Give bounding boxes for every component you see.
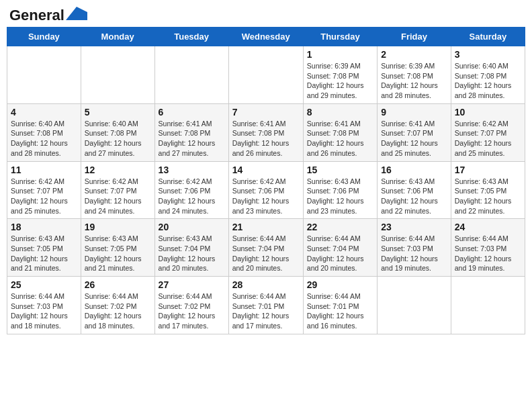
day-number: 24 <box>455 222 521 232</box>
day-info: Sunrise: 6:40 AM Sunset: 7:08 PM Dayligh… <box>11 119 77 158</box>
week-row-2: 4Sunrise: 6:40 AM Sunset: 7:08 PM Daylig… <box>7 103 525 161</box>
day-info: Sunrise: 6:44 AM Sunset: 7:01 PM Dayligh… <box>307 291 373 331</box>
day-cell: 9Sunrise: 6:41 AM Sunset: 7:07 PM Daylig… <box>378 103 451 161</box>
day-info: Sunrise: 6:44 AM Sunset: 7:03 PM Dayligh… <box>455 234 521 273</box>
day-header-friday: Friday <box>378 28 451 46</box>
day-number: 7 <box>232 107 300 118</box>
day-info: Sunrise: 6:43 AM Sunset: 7:06 PM Dayligh… <box>381 177 447 216</box>
day-cell: 1Sunrise: 6:39 AM Sunset: 7:08 PM Daylig… <box>303 46 377 104</box>
day-info: Sunrise: 6:39 AM Sunset: 7:08 PM Dayligh… <box>381 61 447 101</box>
day-number: 18 <box>11 222 77 232</box>
day-info: Sunrise: 6:41 AM Sunset: 7:08 PM Dayligh… <box>232 119 300 158</box>
day-cell <box>378 277 451 334</box>
day-info: Sunrise: 6:40 AM Sunset: 7:08 PM Dayligh… <box>85 119 151 158</box>
day-number: 5 <box>85 107 151 118</box>
day-cell: 18Sunrise: 6:43 AM Sunset: 7:05 PM Dayli… <box>7 219 81 277</box>
day-number: 12 <box>85 165 151 175</box>
day-cell <box>7 46 81 104</box>
day-info: Sunrise: 6:41 AM Sunset: 7:07 PM Dayligh… <box>381 119 447 158</box>
week-row-5: 25Sunrise: 6:44 AM Sunset: 7:03 PM Dayli… <box>7 277 525 334</box>
day-number: 13 <box>159 165 225 175</box>
day-number: 1 <box>307 49 373 60</box>
day-cell: 24Sunrise: 6:44 AM Sunset: 7:03 PM Dayli… <box>451 219 525 277</box>
day-cell <box>81 46 154 104</box>
day-cell: 16Sunrise: 6:43 AM Sunset: 7:06 PM Dayli… <box>378 161 451 219</box>
day-cell: 14Sunrise: 6:42 AM Sunset: 7:06 PM Dayli… <box>228 161 303 219</box>
day-cell: 22Sunrise: 6:44 AM Sunset: 7:04 PM Dayli… <box>303 219 377 277</box>
day-number: 16 <box>381 165 447 175</box>
day-number: 26 <box>85 279 151 290</box>
day-info: Sunrise: 6:43 AM Sunset: 7:06 PM Dayligh… <box>307 177 373 216</box>
day-cell: 28Sunrise: 6:44 AM Sunset: 7:01 PM Dayli… <box>228 277 303 334</box>
day-number: 2 <box>381 49 447 60</box>
day-header-thursday: Thursday <box>303 28 377 46</box>
day-cell: 2Sunrise: 6:39 AM Sunset: 7:08 PM Daylig… <box>378 46 451 104</box>
day-info: Sunrise: 6:41 AM Sunset: 7:08 PM Dayligh… <box>307 119 373 158</box>
day-info: Sunrise: 6:43 AM Sunset: 7:05 PM Dayligh… <box>455 177 521 216</box>
day-cell: 27Sunrise: 6:44 AM Sunset: 7:02 PM Dayli… <box>154 277 228 334</box>
day-info: Sunrise: 6:44 AM Sunset: 7:02 PM Dayligh… <box>85 291 151 331</box>
day-number: 4 <box>11 107 77 118</box>
day-info: Sunrise: 6:43 AM Sunset: 7:05 PM Dayligh… <box>85 234 151 273</box>
day-cell: 20Sunrise: 6:43 AM Sunset: 7:04 PM Dayli… <box>154 219 228 277</box>
day-number: 9 <box>381 107 447 118</box>
day-cell: 11Sunrise: 6:42 AM Sunset: 7:07 PM Dayli… <box>7 161 81 219</box>
day-info: Sunrise: 6:39 AM Sunset: 7:08 PM Dayligh… <box>307 61 373 101</box>
day-cell <box>228 46 303 104</box>
day-number: 25 <box>11 279 77 290</box>
day-number: 11 <box>11 165 77 175</box>
day-cell: 29Sunrise: 6:44 AM Sunset: 7:01 PM Dayli… <box>303 277 377 334</box>
calendar-table: SundayMondayTuesdayWednesdayThursdayFrid… <box>7 27 525 334</box>
day-number: 29 <box>307 279 373 290</box>
day-number: 22 <box>307 222 373 232</box>
day-header-sunday: Sunday <box>7 28 81 46</box>
day-cell: 8Sunrise: 6:41 AM Sunset: 7:08 PM Daylig… <box>303 103 377 161</box>
day-number: 20 <box>159 222 225 232</box>
day-cell: 12Sunrise: 6:42 AM Sunset: 7:07 PM Dayli… <box>81 161 154 219</box>
day-info: Sunrise: 6:42 AM Sunset: 7:07 PM Dayligh… <box>455 119 521 158</box>
day-cell: 23Sunrise: 6:44 AM Sunset: 7:03 PM Dayli… <box>378 219 451 277</box>
week-row-1: 1Sunrise: 6:39 AM Sunset: 7:08 PM Daylig… <box>7 46 525 104</box>
day-header-saturday: Saturday <box>451 28 525 46</box>
logo-icon <box>66 7 87 20</box>
day-cell: 19Sunrise: 6:43 AM Sunset: 7:05 PM Dayli… <box>81 219 154 277</box>
svg-marker-0 <box>66 7 87 20</box>
day-number: 19 <box>85 222 151 232</box>
day-cell: 15Sunrise: 6:43 AM Sunset: 7:06 PM Dayli… <box>303 161 377 219</box>
day-number: 3 <box>455 49 521 60</box>
day-cell: 7Sunrise: 6:41 AM Sunset: 7:08 PM Daylig… <box>228 103 303 161</box>
day-cell: 25Sunrise: 6:44 AM Sunset: 7:03 PM Dayli… <box>7 277 81 334</box>
day-info: Sunrise: 6:42 AM Sunset: 7:07 PM Dayligh… <box>11 177 77 216</box>
day-number: 15 <box>307 165 373 175</box>
day-info: Sunrise: 6:42 AM Sunset: 7:07 PM Dayligh… <box>85 177 151 216</box>
day-info: Sunrise: 6:44 AM Sunset: 7:04 PM Dayligh… <box>232 234 300 273</box>
day-header-tuesday: Tuesday <box>154 28 228 46</box>
day-info: Sunrise: 6:44 AM Sunset: 7:04 PM Dayligh… <box>307 234 373 273</box>
day-cell: 3Sunrise: 6:40 AM Sunset: 7:08 PM Daylig… <box>451 46 525 104</box>
day-cell: 10Sunrise: 6:42 AM Sunset: 7:07 PM Dayli… <box>451 103 525 161</box>
day-number: 27 <box>159 279 225 290</box>
day-number: 28 <box>232 279 300 290</box>
day-info: Sunrise: 6:42 AM Sunset: 7:06 PM Dayligh… <box>159 177 225 216</box>
day-header-monday: Monday <box>81 28 154 46</box>
day-info: Sunrise: 6:40 AM Sunset: 7:08 PM Dayligh… <box>455 61 521 101</box>
day-number: 10 <box>455 107 521 118</box>
day-info: Sunrise: 6:43 AM Sunset: 7:05 PM Dayligh… <box>11 234 77 273</box>
day-info: Sunrise: 6:41 AM Sunset: 7:08 PM Dayligh… <box>159 119 225 158</box>
day-cell <box>154 46 228 104</box>
logo: General <box>9 7 87 21</box>
day-cell: 5Sunrise: 6:40 AM Sunset: 7:08 PM Daylig… <box>81 103 154 161</box>
day-cell: 26Sunrise: 6:44 AM Sunset: 7:02 PM Dayli… <box>81 277 154 334</box>
day-info: Sunrise: 6:42 AM Sunset: 7:06 PM Dayligh… <box>232 177 300 216</box>
day-number: 23 <box>381 222 447 232</box>
day-cell: 6Sunrise: 6:41 AM Sunset: 7:08 PM Daylig… <box>154 103 228 161</box>
day-info: Sunrise: 6:44 AM Sunset: 7:03 PM Dayligh… <box>11 291 77 331</box>
day-number: 8 <box>307 107 373 118</box>
day-cell: 4Sunrise: 6:40 AM Sunset: 7:08 PM Daylig… <box>7 103 81 161</box>
day-cell <box>451 277 525 334</box>
day-number: 21 <box>232 222 300 232</box>
day-info: Sunrise: 6:44 AM Sunset: 7:03 PM Dayligh… <box>381 234 447 273</box>
logo-general: General <box>9 7 64 24</box>
week-row-4: 18Sunrise: 6:43 AM Sunset: 7:05 PM Dayli… <box>7 219 525 277</box>
day-cell: 13Sunrise: 6:42 AM Sunset: 7:06 PM Dayli… <box>154 161 228 219</box>
